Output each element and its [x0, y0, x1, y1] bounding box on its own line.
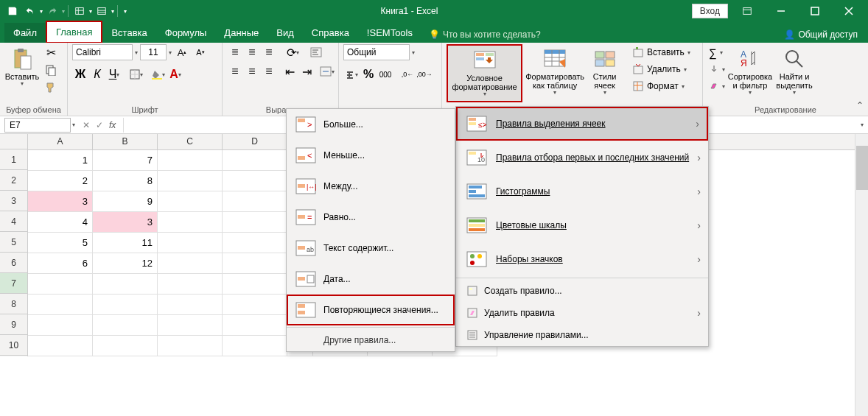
row-header-8[interactable]: 8 [0, 294, 27, 314]
find-select-button[interactable]: Найти и выделить▾ [774, 44, 815, 99]
autosum-icon[interactable]: ∑▾ [707, 44, 727, 60]
menu-greater-than[interactable]: > Больше... [287, 109, 455, 140]
menu-data-bars[interactable]: Гистограммы [456, 174, 708, 208]
tell-me-search[interactable]: 💡 Что вы хотите сделать? [421, 27, 548, 43]
format-as-table-button[interactable]: Форматировать как таблицу▾ [525, 44, 584, 99]
fill-icon[interactable]: ▾ [707, 61, 727, 77]
cancel-formula-icon[interactable]: ✕ [83, 120, 90, 130]
font-name-select[interactable]: Calibri [72, 44, 133, 60]
column-header-C[interactable]: C [158, 134, 223, 149]
cell-C5[interactable] [158, 233, 223, 253]
clear-icon[interactable]: ▾ [707, 78, 727, 94]
minimize-button[interactable] [766, 1, 796, 21]
currency-icon[interactable]: ▾ [343, 66, 360, 82]
menu-top-bottom-rules[interactable]: 10 Правила отбора первых и последних зна… [456, 141, 708, 174]
vertical-scrollbar[interactable] [855, 134, 868, 416]
cell-D5[interactable] [223, 233, 287, 253]
share-button[interactable]: 👤 Общий доступ [774, 27, 868, 43]
cell-C1[interactable] [158, 150, 223, 171]
cell-A8[interactable] [28, 295, 93, 315]
login-button[interactable]: Вход [692, 4, 728, 18]
cells-insert-button[interactable]: Вставить▾ [631, 44, 692, 60]
redo-icon[interactable] [44, 3, 60, 19]
cell-D6[interactable] [223, 253, 287, 274]
cell-D2[interactable] [223, 171, 287, 191]
underline-button[interactable]: Ч▾ [106, 66, 122, 82]
sort-filter-button[interactable]: AЯ Сортировка и фильтр▾ [729, 44, 771, 99]
increase-decimal-icon[interactable]: ,0← [399, 66, 416, 82]
align-left-icon[interactable]: ≡ [227, 63, 243, 80]
row-header-7[interactable]: 7 [0, 273, 27, 294]
fx-icon[interactable]: fx [109, 120, 116, 130]
cells-format-button[interactable]: Формат▾ [631, 78, 686, 94]
border-icon[interactable]: ▾ [128, 66, 144, 82]
row-header-1[interactable]: 1 [0, 149, 27, 170]
menu-icon-sets[interactable]: Наборы значков [456, 242, 708, 276]
name-box[interactable]: E7 [4, 118, 71, 133]
cell-C8[interactable] [158, 295, 223, 315]
cell-B1[interactable]: 7 [93, 150, 158, 171]
menu-less-than[interactable]: < Меньше... [287, 140, 455, 171]
italic-button[interactable]: К [89, 66, 105, 82]
cell-C9[interactable] [158, 315, 223, 336]
cell-A6[interactable]: 6 [28, 253, 93, 274]
fill-color-icon[interactable]: ▾ [150, 66, 167, 82]
column-header-B[interactable]: B [93, 134, 158, 149]
tab-help[interactable]: Справка [303, 23, 358, 43]
row-header-2[interactable]: 2 [0, 170, 27, 191]
comma-icon[interactable]: 000 [377, 66, 393, 82]
cell-B10[interactable] [93, 336, 158, 356]
cell-C6[interactable] [158, 253, 223, 274]
cell-A7[interactable] [28, 274, 93, 295]
align-center-icon[interactable]: ≡ [244, 63, 260, 80]
decrease-font-icon[interactable]: A▾ [192, 44, 209, 60]
cell-B5[interactable]: 11 [93, 233, 158, 253]
row-header-3[interactable]: 3 [0, 191, 27, 211]
row-header-5[interactable]: 5 [0, 232, 27, 253]
menu-equal-to[interactable]: = Равно... [287, 202, 455, 233]
cut-icon[interactable]: ✂ [43, 44, 59, 60]
decrease-indent-icon[interactable]: ⇤ [281, 63, 298, 80]
font-size-select[interactable]: 11 [140, 44, 167, 60]
enter-formula-icon[interactable]: ✓ [96, 120, 103, 130]
row-header-10[interactable]: 10 [0, 335, 27, 356]
cell-C7[interactable] [158, 274, 223, 295]
percent-icon[interactable]: % [360, 66, 377, 82]
paste-button[interactable]: Вставить ▾ [4, 44, 40, 91]
collapse-ribbon-icon[interactable]: ⌃ [856, 100, 864, 110]
increase-indent-icon[interactable]: ⇥ [298, 63, 315, 80]
cells-delete-button[interactable]: Удалить▾ [631, 61, 688, 77]
maximize-button[interactable] [800, 1, 830, 21]
menu-text-contains[interactable]: ab Текст содержит... [287, 233, 455, 264]
qat-custom2-icon[interactable] [94, 3, 110, 19]
cell-C4[interactable] [158, 212, 223, 233]
orientation-icon[interactable]: ⟳▾ [284, 44, 301, 60]
tab-insert[interactable]: Вставка [102, 23, 155, 43]
cell-A9[interactable] [28, 315, 93, 336]
number-format-select[interactable]: Общий [343, 44, 410, 60]
tab-semtools[interactable]: !SEMTools [358, 23, 421, 43]
align-bottom-icon[interactable]: ≡ [261, 44, 277, 60]
cell-B7[interactable] [93, 274, 158, 295]
cell-A1[interactable]: 1 [28, 150, 93, 171]
tab-file[interactable]: Файл [4, 23, 46, 43]
align-middle-icon[interactable]: ≡ [244, 44, 260, 60]
cell-A5[interactable]: 5 [28, 233, 93, 253]
format-painter-icon[interactable] [43, 80, 59, 96]
cell-B6[interactable]: 12 [93, 253, 158, 274]
cell-D9[interactable] [223, 315, 287, 336]
cell-C3[interactable] [158, 191, 223, 212]
font-color-icon[interactable]: A▾ [167, 66, 183, 82]
menu-date-occurring[interactable]: Дата... [287, 264, 455, 295]
tab-data[interactable]: Данные [215, 23, 267, 43]
cell-B3[interactable]: 9 [93, 191, 158, 212]
undo-icon[interactable] [22, 3, 38, 19]
menu-clear-rules[interactable]: Удалить правила [456, 302, 708, 324]
tab-home[interactable]: Главная [46, 21, 102, 43]
save-icon[interactable] [4, 3, 21, 19]
scrollbar-thumb[interactable] [856, 146, 868, 190]
menu-new-rule[interactable]: Создать правило... [456, 280, 708, 302]
cell-D3[interactable] [223, 191, 287, 212]
wrap-text-icon[interactable] [308, 44, 324, 60]
decrease-decimal-icon[interactable]: ,00→ [416, 66, 433, 82]
